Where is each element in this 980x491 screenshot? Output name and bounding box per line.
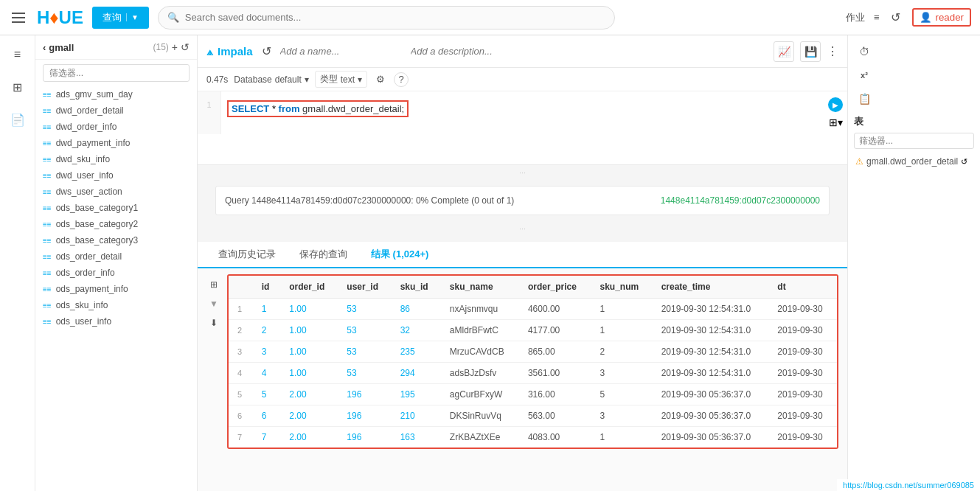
table-icon: ≡≡ (43, 302, 52, 310)
sidebar-doc-icon[interactable]: 📄 (4, 106, 31, 133)
table-warning-icon: ⚠ (855, 156, 863, 167)
right-panel-title: 表 (854, 115, 974, 128)
table-icon: ≡≡ (43, 188, 52, 196)
db-table-item[interactable]: ≡≡ods_payment_info (35, 281, 197, 297)
db-table-item[interactable]: ≡≡dwd_user_info (35, 167, 197, 184)
save-button[interactable]: 💾 (800, 41, 821, 62)
engine-icon: ⟁ (206, 45, 213, 58)
db-table-item[interactable]: ≡≡dwd_order_detail (35, 102, 197, 119)
expand-run-button[interactable]: ⊞▾ (828, 116, 843, 128)
editor-undo-button[interactable]: ↺ (259, 41, 274, 61)
db-table-item[interactable]: ≡≡dwd_sku_info (35, 151, 197, 167)
db-table-item[interactable]: ≡≡ads_gmv_sum_day (35, 86, 197, 102)
table-cell: 294 (392, 363, 441, 384)
table-cell: 3 (253, 341, 281, 363)
table-cell: 1 (253, 299, 281, 320)
db-table-list: ≡≡ads_gmv_sum_day≡≡dwd_order_detail≡≡dwd… (35, 86, 197, 491)
search-icon: 🔍 (167, 12, 179, 23)
results-left-actions: ⊞ ▼ ⬇ (206, 274, 221, 449)
table-cell: 2019-09-30 12:54:31.0 (653, 299, 769, 320)
engine-name: Impala (218, 45, 253, 58)
table-cell: 1.00 (280, 363, 338, 384)
sidebar-icons: ≡ ⊞ 📄 (0, 35, 35, 491)
type-dropdown-icon: ▾ (358, 74, 362, 85)
right-table-refresh[interactable]: ↺ (961, 157, 967, 167)
db-table-item[interactable]: ≡≡ods_order_info (35, 265, 197, 281)
table-cell: 4 (229, 363, 253, 384)
db-table-item[interactable]: ≡≡ods_sku_info (35, 297, 197, 313)
db-back-nav[interactable]: ‹ gmall (43, 42, 74, 53)
db-table-item[interactable]: ≡≡ods_order_detail (35, 248, 197, 265)
type-selector[interactable]: 类型 text ▾ (315, 71, 367, 88)
query-name-input[interactable] (280, 46, 405, 57)
table-cell: 2019-09-30 12:54:31.0 (653, 341, 769, 363)
db-table-item[interactable]: ≡≡ods_user_info (35, 313, 197, 330)
chart-button[interactable]: 📈 (774, 41, 794, 62)
results-grid-icon[interactable]: ⊞ (206, 277, 221, 292)
results-filter-icon[interactable]: ▼ (206, 296, 221, 311)
query-id-link[interactable]: 1448e4114a781459:d0d07c2300000000 (661, 195, 820, 206)
section-divider-bottom: ··· (206, 221, 838, 236)
panel-formula-icon[interactable]: x² (854, 65, 875, 86)
undo-button[interactable]: ↺ (888, 7, 903, 27)
tab-history[interactable]: 查询历史记录 (206, 242, 288, 268)
db-table-item[interactable]: ≡≡dwd_order_info (35, 119, 197, 135)
editor-container: 1 SELECT * from gmall.dwd_order_detail; … (198, 91, 847, 134)
db-table-item[interactable]: ≡≡ods_base_category2 (35, 216, 197, 232)
user-button[interactable]: 👤 reader (912, 8, 971, 27)
table-cell: 196 (338, 427, 391, 448)
right-filter-input[interactable] (854, 133, 974, 149)
db-table-item[interactable]: ≡≡ods_base_category3 (35, 232, 197, 248)
sidebar-grid-icon[interactable]: ⊞ (4, 74, 31, 100)
tab-saved[interactable]: 保存的查询 (288, 242, 359, 268)
query-desc-input[interactable] (411, 46, 768, 57)
query-output: Query 1448e4114a781459:d0d07c2300000000:… (215, 186, 830, 215)
editor-code-area[interactable]: SELECT * from gmall.dwd_order_detail; (221, 91, 824, 134)
table-cell: 3 (591, 363, 653, 384)
table-cell: agCurBFxyW (441, 384, 519, 405)
timing-label: 0.47s (206, 74, 228, 85)
db-table-item[interactable]: ≡≡ods_base_category1 (35, 200, 197, 216)
table-cell: 53 (338, 363, 391, 384)
table-icon: ≡≡ (43, 269, 52, 277)
help-button[interactable]: ? (394, 72, 409, 87)
table-cell: nxAjsnmvqu (441, 299, 519, 320)
user-label: reader (935, 12, 964, 23)
table-icon: ≡≡ (43, 253, 52, 261)
type-value: text (341, 74, 355, 85)
panel-timer-icon[interactable]: ⏱ (854, 41, 875, 62)
table-cell: 563.00 (519, 405, 591, 427)
database-selector[interactable]: Database default ▾ (234, 74, 308, 85)
table-cell: 2019-09-30 (768, 320, 837, 341)
table-cell: 5 (229, 384, 253, 405)
table-cell: 53 (338, 320, 391, 341)
db-table-item[interactable]: ≡≡dws_user_action (35, 184, 197, 200)
table-icon: ≡≡ (43, 139, 52, 147)
tab-results[interactable]: 结果 (1,024+) (359, 242, 440, 268)
navbar-right: 作业 ≡ ↺ 👤 reader (846, 7, 971, 27)
settings-button[interactable]: ⚙ (373, 71, 388, 88)
table-cell: 5 (253, 384, 281, 405)
panel-clipboard-icon[interactable]: 📋 (854, 88, 875, 109)
table-cell: 4600.00 (519, 299, 591, 320)
table-cell: 316.00 (519, 384, 591, 405)
results-download-icon[interactable]: ⬇ (206, 316, 221, 330)
query-button[interactable]: 查询 ▼ (92, 7, 149, 29)
back-arrow-icon: ‹ (43, 42, 46, 53)
db-table-item[interactable]: ≡≡dwd_payment_info (35, 135, 197, 151)
right-panel-icons: ⏱ x² 📋 (854, 41, 974, 109)
table-cell: 2.00 (280, 405, 338, 427)
hamburger-menu[interactable] (9, 10, 28, 26)
table-cell: 2019-09-30 (768, 299, 837, 320)
table-cell: 1.00 (280, 299, 338, 320)
run-query-button[interactable]: ▶ (828, 97, 843, 112)
sidebar-tables-icon[interactable]: ≡ (4, 41, 31, 68)
more-menu-button[interactable]: ⋮ (827, 44, 838, 58)
search-input[interactable] (185, 12, 605, 23)
sql-keyword-from: from (279, 103, 300, 114)
table-icon: ≡≡ (43, 123, 52, 131)
refresh-db-button[interactable]: ↺ (181, 41, 190, 53)
add-table-button[interactable]: + (172, 41, 178, 53)
sql-table-ref: gmall.dwd_order_detail; (302, 103, 404, 114)
db-filter-input[interactable] (43, 64, 190, 82)
